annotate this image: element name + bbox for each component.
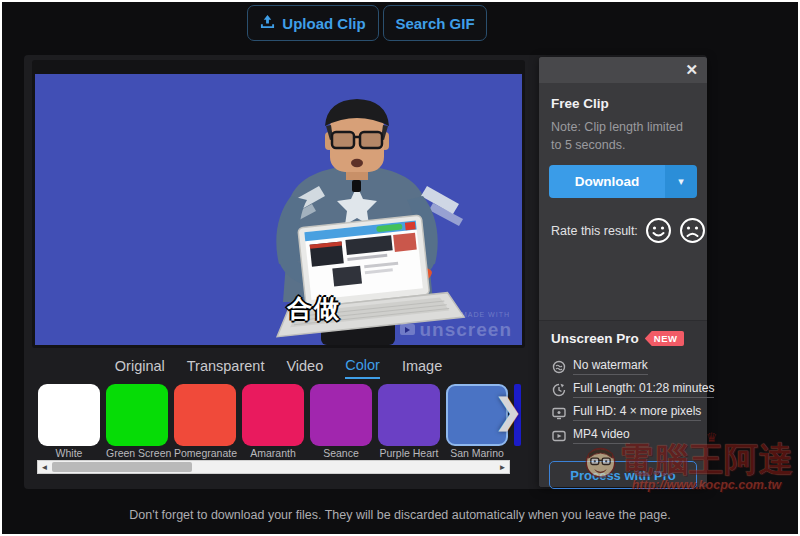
new-badge: NEW	[645, 331, 685, 346]
clock-icon	[551, 383, 566, 397]
swatch-label-san-marino: San Marino	[446, 447, 508, 461]
download-button[interactable]: Download	[549, 165, 665, 198]
result-panel: ✕ Free Clip Note: Clip length limited to…	[539, 57, 707, 487]
swatch-purple-heart[interactable]	[378, 384, 440, 446]
feature-no-watermark: No watermark	[551, 358, 695, 375]
rate-sad-icon[interactable]	[679, 217, 706, 244]
feature-label: MP4 video	[573, 427, 630, 444]
swatch-green-screen[interactable]	[106, 384, 168, 446]
swatch-seance[interactable]	[310, 384, 372, 446]
tab-transparent[interactable]: Transparent	[187, 358, 265, 378]
upload-clip-label: Upload Clip	[282, 15, 365, 32]
tab-image[interactable]: Image	[402, 358, 442, 378]
feature-full-hd: Full HD: 4 × more pixels	[551, 404, 695, 421]
video-file-icon	[551, 429, 566, 443]
swatch-label-amaranth: Amaranth	[242, 447, 304, 461]
swatch-pomegranate[interactable]	[174, 384, 236, 446]
pro-title: Unscreen Pro	[551, 331, 639, 346]
feature-full-length: Full Length: 01:28 minutes	[551, 381, 695, 398]
video-subject	[35, 74, 522, 345]
search-gif-label: Search GIF	[395, 15, 474, 32]
scroll-left-arrow[interactable]: ◄	[38, 463, 51, 472]
feature-mp4: MP4 video	[551, 427, 695, 444]
tab-original[interactable]: Original	[115, 358, 165, 378]
free-clip-title: Free Clip	[551, 96, 695, 111]
feature-label: Full HD: 4 × more pixels	[573, 404, 701, 421]
tab-color[interactable]: Color	[345, 357, 380, 379]
color-swatch-strip	[38, 384, 538, 448]
unscreen-app: Upload Clip Search GIF	[0, 0, 800, 536]
unscreen-play-icon	[400, 324, 415, 335]
upload-icon	[260, 14, 275, 32]
swatch-label-pomegranate: Pomegranate	[174, 447, 236, 461]
scroll-right-arrow[interactable]: ►	[496, 463, 509, 472]
swatch-amaranth[interactable]	[242, 384, 304, 446]
search-gif-button[interactable]: Search GIF	[383, 5, 487, 41]
panel-header: ✕	[539, 57, 707, 83]
video-subtitle: 合做	[287, 292, 341, 325]
free-clip-note: Note: Clip length limited to 5 seconds.	[551, 118, 695, 154]
video-frame: 合做 MADE WITH unscreen	[32, 60, 525, 348]
rate-label: Rate this result:	[551, 224, 638, 238]
swatch-labels: White Green Screen Pomegranate Amaranth …	[38, 447, 538, 461]
video-preview[interactable]: 合做 MADE WITH unscreen	[35, 74, 522, 345]
unscreen-pro-section: Unscreen Pro NEW No watermark Full Lengt…	[539, 320, 707, 487]
monitor-icon	[551, 406, 566, 420]
download-options-caret[interactable]: ▾	[665, 165, 697, 198]
close-icon[interactable]: ✕	[685, 61, 698, 79]
swatch-white[interactable]	[38, 384, 100, 446]
upload-clip-button[interactable]: Upload Clip	[247, 5, 379, 41]
feature-label: No watermark	[573, 358, 648, 375]
unscreen-watermark: MADE WITH unscreen	[400, 311, 512, 339]
scrollbar-thumb[interactable]	[52, 462, 192, 472]
tab-video[interactable]: Video	[286, 358, 323, 378]
made-with-label: MADE WITH	[400, 311, 510, 318]
next-colors-chevron[interactable]: ❯	[494, 391, 523, 431]
footer-note: Don't forget to download your files. The…	[2, 508, 798, 522]
rate-happy-icon[interactable]	[645, 217, 672, 244]
feature-label: Full Length: 01:28 minutes	[573, 381, 714, 398]
swatch-label-white: White	[38, 447, 100, 461]
unscreen-brand-label: unscreen	[420, 320, 512, 339]
output-tabs: Original Transparent Video Color Image	[32, 353, 525, 383]
crown-icon: ♛	[706, 434, 718, 442]
process-with-pro-button[interactable]: Process with Pro	[549, 461, 697, 489]
free-clip-section: Free Clip Note: Clip length limited to 5…	[539, 83, 707, 154]
swatch-label-seance: Seance	[310, 447, 372, 461]
editor-card: 合做 MADE WITH unscreen Original Transpare…	[24, 55, 707, 489]
download-split-button: Download ▾	[549, 165, 697, 198]
swatch-scrollbar[interactable]: ◄ ►	[37, 460, 510, 474]
swatch-label-purple-heart: Purple Heart	[378, 447, 440, 461]
watermark-icon	[551, 360, 566, 374]
swatch-label-green-screen: Green Screen	[106, 447, 168, 461]
rate-result-row: Rate this result:	[551, 217, 706, 244]
